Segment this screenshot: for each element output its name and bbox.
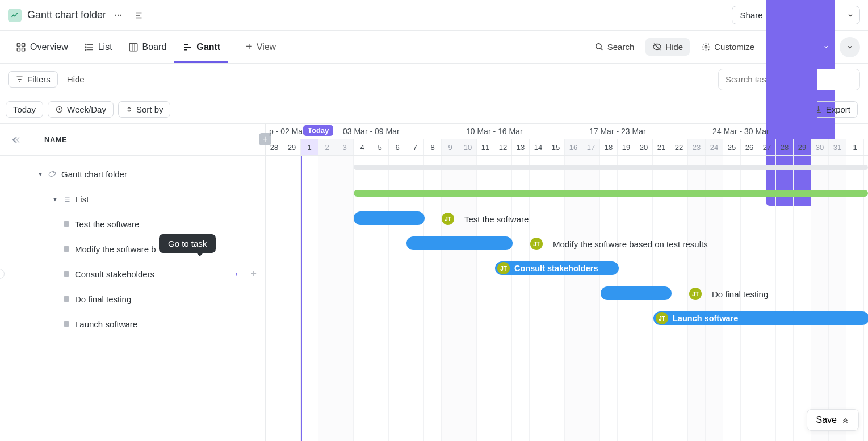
tab-board-label: Board — [142, 42, 167, 52]
more-icon[interactable]: ··· — [112, 11, 125, 20]
svg-rect-2 — [17, 48, 20, 51]
status-square — [64, 271, 69, 277]
hide-link[interactable]: Hide — [67, 74, 85, 84]
overview-icon — [16, 42, 26, 52]
goto-task-icon[interactable]: → — [229, 268, 240, 280]
svg-point-6 — [85, 49, 86, 50]
caret-down-icon[interactable]: ▼ — [52, 196, 58, 202]
list-summary-bar[interactable] — [354, 190, 868, 197]
chevron-down-icon — [846, 44, 853, 51]
status-square — [64, 296, 69, 302]
tab-board[interactable]: Board — [120, 31, 175, 63]
week-label: 10 Mar - 16 Mar — [463, 127, 586, 136]
tooltip-text: Go to task — [168, 239, 207, 248]
task-row[interactable]: Consult stakeholders → + — [0, 261, 265, 286]
bar-label: Test the software — [464, 214, 529, 224]
tab-overview-label: Overview — [30, 42, 68, 52]
gantt-bar[interactable]: JTConsult stakeholders — [495, 261, 619, 275]
chevron-down-icon — [823, 44, 829, 50]
day-header: 25 — [723, 139, 741, 155]
expand-icon[interactable] — [11, 135, 20, 144]
status-square — [64, 246, 69, 252]
bar-row — [266, 181, 868, 206]
day-header: 28 — [776, 139, 794, 155]
search-label: Search — [607, 42, 635, 52]
list-icon — [62, 195, 71, 203]
tree-list-label: List — [76, 194, 89, 204]
chevron-double-up-icon — [841, 416, 849, 424]
export-label: Export — [826, 105, 850, 114]
bar-label-outside: JTModify the software based on test resu… — [530, 238, 708, 250]
today-marker: Today — [303, 125, 333, 136]
tab-gantt[interactable]: Gantt — [174, 31, 228, 63]
customize-button[interactable]: Customize — [694, 38, 761, 56]
svg-point-8 — [596, 44, 601, 49]
sort-button[interactable]: Sort by — [118, 101, 171, 118]
add-view[interactable]: + View — [238, 31, 284, 63]
board-icon — [128, 42, 139, 52]
tab-overview[interactable]: Overview — [8, 31, 76, 63]
save-button[interactable]: Save — [807, 409, 859, 431]
day-header: 17 — [582, 139, 600, 155]
more-round-button[interactable] — [840, 37, 860, 57]
summary-bar[interactable] — [354, 165, 868, 170]
day-header: 8 — [424, 139, 442, 155]
gantt-icon — [182, 42, 192, 52]
folder-chart-icon — [8, 9, 22, 22]
tab-list-label: List — [98, 42, 112, 52]
hide-toggle[interactable]: Hide — [645, 38, 690, 56]
svg-rect-7 — [129, 43, 137, 51]
svg-rect-3 — [22, 48, 25, 51]
day-header: 7 — [406, 139, 424, 155]
tree-list-row[interactable]: ▼ List — [0, 186, 265, 211]
filters-button[interactable]: Filters — [8, 71, 58, 88]
day-header: 27 — [758, 139, 776, 155]
gantt-bar[interactable] — [406, 236, 513, 250]
avatar: JT — [656, 312, 668, 324]
add-subtask-icon[interactable]: + — [250, 268, 257, 280]
week-label: 24 Mar - 30 Mar — [709, 127, 832, 136]
hide-label: Hide — [665, 42, 683, 52]
day-header: 10 — [459, 139, 477, 155]
day-header: 2 — [318, 139, 336, 155]
caret-down-icon[interactable]: ▼ — [37, 171, 43, 177]
avatar: JT — [530, 238, 543, 250]
day-header: 28 — [266, 139, 283, 155]
collapse-icon[interactable] — [134, 10, 144, 20]
bar-label: Consult stakeholders — [514, 264, 598, 273]
sort-label: Sort by — [136, 105, 163, 114]
day-header: 26 — [741, 139, 758, 155]
day-header: 30 — [811, 139, 829, 155]
task-row[interactable]: Do final testing — [0, 286, 265, 311]
tab-list[interactable]: List — [76, 31, 120, 63]
gantt-timeline[interactable]: p - 02 Mar03 Mar - 09 Mar10 Mar - 16 Mar… — [266, 124, 868, 441]
page-title: Gantt chart folder — [27, 9, 106, 21]
plus-icon: + — [246, 40, 253, 53]
day-header: 23 — [688, 139, 706, 155]
task-row[interactable]: Launch software — [0, 311, 265, 336]
today-button[interactable]: Today — [6, 101, 43, 118]
svg-point-9 — [705, 45, 707, 48]
search-toggle[interactable]: Search — [588, 38, 641, 56]
gantt-bar[interactable] — [354, 211, 425, 225]
day-header: 13 — [512, 139, 530, 155]
tree-folder-row[interactable]: ▼ Gantt chart folder — [0, 161, 265, 186]
gantt-bar[interactable] — [601, 286, 672, 300]
filter-icon — [15, 75, 24, 84]
svg-rect-0 — [17, 43, 20, 46]
zoom-button[interactable]: Week/Day — [48, 101, 114, 118]
day-header: 4 — [354, 139, 371, 155]
search-icon — [594, 42, 604, 52]
task-row[interactable]: Test the software — [0, 211, 265, 236]
task-label: Test the software — [75, 219, 139, 229]
row-handle[interactable] — [0, 269, 5, 279]
avatar: JT — [442, 213, 454, 225]
task-row[interactable]: Modify the software b Go to task — [0, 236, 265, 261]
avatar: JT — [497, 262, 510, 274]
filters-label: Filters — [27, 74, 51, 84]
zoom-label: Week/Day — [67, 105, 106, 114]
gantt-bar[interactable]: JTLaunch software — [653, 311, 868, 325]
day-header: 5 — [371, 139, 389, 155]
timeline-header: p - 02 Mar03 Mar - 09 Mar10 Mar - 16 Mar… — [266, 124, 868, 156]
bar-row — [266, 156, 868, 181]
